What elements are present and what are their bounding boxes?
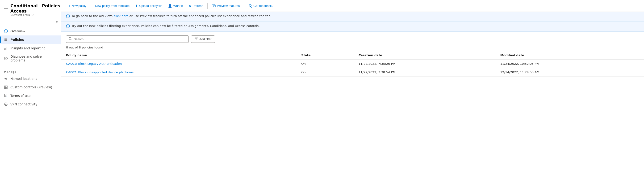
info-icon-1: i	[66, 15, 70, 19]
banner-1-link[interactable]: click here	[114, 14, 128, 18]
insights-icon	[4, 46, 8, 50]
sidebar-item-overview-label: Overview	[10, 29, 26, 33]
policy-creation-date-cell: 11/22/2022, 7:38:54 PM	[354, 68, 496, 77]
policy-creation-date-cell: 11/22/2022, 7:35:26 PM	[354, 60, 496, 68]
named-locations-icon	[4, 77, 8, 81]
sidebar-item-custom-controls[interactable]: Custom controls (Preview)	[0, 83, 61, 91]
svg-text:i: i	[68, 25, 68, 28]
feedback-icon	[248, 4, 252, 8]
sidebar-item-custom-controls-label: Custom controls (Preview)	[10, 85, 52, 89]
svg-rect-5	[4, 49, 5, 50]
svg-rect-9	[4, 86, 6, 87]
sidebar-item-vpn[interactable]: VPN connectivity	[0, 100, 61, 108]
terms-of-use-icon	[4, 94, 8, 98]
sidebar-page-title: Policies	[42, 3, 60, 9]
svg-text:i: i	[6, 30, 6, 33]
sidebar-item-terms-of-use[interactable]: Terms of use	[0, 91, 61, 100]
sidebar-app-title: Conditional Access	[10, 3, 38, 14]
sidebar: Conditional Access | Policies ... Micros…	[0, 0, 61, 173]
sidebar-item-insights-label: Insights and reporting	[10, 46, 46, 50]
toolbar-separator-1	[207, 3, 208, 9]
col-modified-date[interactable]: Modified date	[496, 51, 644, 60]
new-policy-button[interactable]: + New policy	[66, 3, 89, 9]
policy-name-cell: CA002: Block unsupported device platform…	[61, 68, 296, 77]
svg-point-18	[251, 6, 252, 8]
svg-rect-12	[6, 87, 7, 89]
results-info: 8 out of 8 policies found	[61, 45, 644, 51]
custom-controls-icon	[4, 85, 8, 89]
banner-1-text: To go back to the old view, click here o…	[72, 14, 271, 18]
sidebar-collapse-button[interactable]: «	[55, 19, 59, 25]
main-content: + New policy + New policy from template …	[61, 0, 644, 173]
sidebar-nav: i Overview Policies	[0, 26, 61, 109]
preview-features-icon	[212, 4, 216, 8]
sidebar-item-diagnose-label: Diagnose and solve problems	[10, 55, 57, 62]
vpn-icon	[4, 102, 8, 106]
new-policy-from-template-button[interactable]: + New policy from template	[90, 3, 132, 9]
new-policy-icon: +	[68, 4, 70, 8]
sidebar-item-policies-label: Policies	[10, 38, 24, 42]
search-filter-row: Add filter	[61, 32, 644, 45]
sidebar-header: Conditional Access | Policies ... Micros…	[0, 0, 61, 19]
policy-state-cell: On	[296, 60, 354, 68]
policies-table-wrapper: Policy name State Creation date Modified…	[61, 51, 644, 77]
policies-table: Policy name State Creation date Modified…	[61, 51, 644, 77]
hamburger-icon[interactable]	[4, 9, 8, 11]
col-state[interactable]: State	[296, 51, 354, 60]
table-row: CA002: Block unsupported device platform…	[61, 68, 644, 77]
new-policy-template-icon: +	[92, 4, 94, 8]
what-if-button[interactable]: 👤 What if	[166, 3, 185, 9]
diagnose-icon	[4, 56, 8, 61]
policy-name-cell: CA001: Block Legacy Authentication	[61, 60, 296, 68]
info-banner-1: i To go back to the old view, click here…	[61, 12, 644, 22]
sidebar-item-diagnose[interactable]: Diagnose and solve problems	[0, 53, 61, 64]
svg-rect-10	[6, 86, 7, 87]
policy-modified-date-cell: 11/24/2022, 10:52:05 PM	[496, 60, 644, 68]
policy-name-link[interactable]: CA002: Block unsupported device platform…	[66, 70, 134, 74]
table-body: CA001: Block Legacy Authentication On 11…	[61, 60, 644, 77]
sidebar-item-terms-of-use-label: Terms of use	[10, 94, 30, 98]
col-creation-date[interactable]: Creation date	[354, 51, 496, 60]
overview-icon: i	[4, 29, 8, 33]
policy-modified-date-cell: 12/14/2022, 11:24:53 AM	[496, 68, 644, 77]
table-header: Policy name State Creation date Modified…	[61, 51, 644, 60]
sidebar-item-policies[interactable]: Policies	[0, 36, 61, 44]
policies-icon	[4, 38, 8, 42]
refresh-icon: ↻	[188, 4, 191, 8]
svg-text:i: i	[68, 15, 68, 18]
toolbar: + New policy + New policy from template …	[61, 0, 644, 12]
sidebar-item-named-locations[interactable]: Named locations	[0, 74, 61, 83]
policy-name-link[interactable]: CA001: Block Legacy Authentication	[66, 62, 122, 65]
policy-state-cell: On	[296, 68, 354, 77]
content-area: i To go back to the old view, click here…	[61, 12, 644, 173]
sidebar-item-insights[interactable]: Insights and reporting	[0, 44, 61, 53]
add-filter-button[interactable]: Add filter	[191, 36, 215, 43]
table-row: CA001: Block Legacy Authentication On 11…	[61, 60, 644, 68]
search-box[interactable]	[66, 36, 189, 43]
info-icon-2: i	[66, 24, 70, 29]
svg-rect-11	[4, 87, 6, 89]
sidebar-subtitle: Microsoft Entra ID	[10, 14, 61, 17]
search-input[interactable]	[74, 37, 186, 41]
svg-rect-6	[6, 48, 6, 50]
refresh-button[interactable]: ↻ Refresh	[186, 3, 206, 9]
sidebar-title-block: Conditional Access | Policies ... Micros…	[10, 3, 61, 17]
sidebar-item-vpn-label: VPN connectivity	[10, 102, 37, 106]
preview-features-button[interactable]: Preview features	[210, 2, 242, 9]
filter-icon	[194, 37, 198, 41]
banner-2-text: Try out the new policies filtering exper…	[72, 24, 260, 28]
sidebar-item-overview[interactable]: i Overview	[0, 27, 61, 36]
sidebar-item-named-locations-label: Named locations	[10, 77, 37, 81]
upload-policy-button[interactable]: ⬆ Upload policy file	[133, 3, 165, 9]
col-policy-name[interactable]: Policy name	[61, 51, 296, 60]
sidebar-divider	[0, 66, 61, 66]
info-banner-2: i Try out the new policies filtering exp…	[61, 22, 644, 32]
search-icon	[69, 37, 72, 41]
manage-section-label: Manage	[0, 67, 61, 74]
svg-rect-7	[6, 47, 7, 50]
svg-rect-16	[212, 5, 215, 7]
upload-icon: ⬆	[135, 4, 138, 8]
toolbar-separator-2	[244, 3, 244, 9]
feedback-button[interactable]: Got feedback?	[246, 2, 276, 9]
what-if-icon: 👤	[168, 4, 172, 8]
